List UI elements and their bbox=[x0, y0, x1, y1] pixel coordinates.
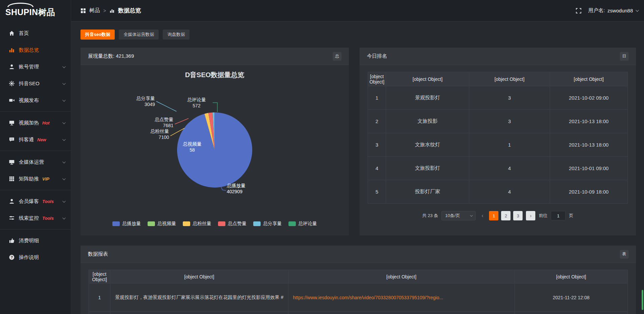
sidebar-item-consumption[interactable]: 消费明细 bbox=[0, 232, 71, 249]
page-size-value: 10条/页 bbox=[445, 213, 460, 219]
prev-page-button[interactable]: ‹ bbox=[479, 213, 486, 219]
sliders-icon bbox=[9, 215, 15, 221]
page-button[interactable]: 3 bbox=[513, 211, 523, 220]
cell-rank: 1 bbox=[469, 133, 550, 157]
pie-label-name: 总分享量 bbox=[121, 95, 155, 101]
legend-label: 总评论量 bbox=[298, 221, 317, 227]
gear-icon bbox=[9, 81, 15, 87]
topbar: 树品 > 数据总览 用户名: zswodun88 bbox=[71, 0, 644, 21]
breadcrumb-separator: > bbox=[103, 8, 106, 13]
breadcrumb-root[interactable]: 树品 bbox=[89, 7, 100, 14]
sidebar-item-video-publish[interactable]: 视频发布 bbox=[0, 92, 71, 109]
pie-label-shares: 总分享量 3049 bbox=[121, 95, 155, 107]
sidebar-item-label: 全媒体运营 bbox=[19, 159, 44, 165]
sidebar-item-label: 操作说明 bbox=[19, 254, 39, 261]
cell-index: 1 bbox=[368, 86, 386, 110]
page-button[interactable]: 2 bbox=[501, 211, 511, 220]
day-toggle-button[interactable]: 日 bbox=[620, 52, 629, 61]
chevron-down-icon bbox=[62, 138, 66, 141]
pie-label-name: 总点赞量 bbox=[139, 116, 173, 122]
cell-rank: 3 bbox=[469, 110, 550, 133]
pie-label-likes: 总点赞量 7681 bbox=[139, 116, 173, 128]
sidebar-item-matrix-boost[interactable]: 矩阵助推 VIP bbox=[0, 170, 71, 187]
sidebar-item-leads-monitor[interactable]: 线索监控 Tools bbox=[0, 210, 71, 226]
fullscreen-icon[interactable] bbox=[576, 8, 582, 14]
cell-rank: 4 bbox=[469, 180, 550, 204]
column-header: [object Object] bbox=[550, 72, 628, 86]
cell-created: 2021-10-01 09:00 bbox=[550, 157, 628, 180]
legend-swatch bbox=[218, 221, 225, 226]
legend-item[interactable]: 总分享量 bbox=[253, 221, 282, 227]
today-rank-panel: 今日排名 日 [object Object][object Object][ob… bbox=[360, 48, 636, 235]
scrollbar-thumb[interactable] bbox=[642, 290, 643, 310]
topbar-right: 用户名: zswodun88 bbox=[576, 7, 638, 14]
tab-douyin-seo-data[interactable]: 抖音seo数据 bbox=[80, 30, 115, 40]
legend-item[interactable]: 总点赞量 bbox=[218, 221, 247, 227]
logo-en: SHUPIN bbox=[5, 7, 38, 17]
pie-label-value: 3049 bbox=[121, 101, 155, 107]
page-size-select[interactable]: 10条/页 bbox=[441, 211, 476, 220]
table-header-row: [object Object][object Object][object Ob… bbox=[89, 270, 628, 283]
goto-page-input[interactable] bbox=[551, 211, 566, 220]
legend-swatch bbox=[148, 221, 155, 226]
impressions-panel: 展现量总数: 421,369 总 D音SEO数据量总览 总评论量 572 bbox=[80, 48, 349, 235]
legend-label: 总分享量 bbox=[263, 221, 282, 227]
legend-item[interactable]: 总粉丝量 bbox=[183, 221, 211, 227]
table-row: 5 投影灯厂家 4 2021-10-09 18:00 bbox=[368, 180, 628, 204]
chevron-down-icon bbox=[62, 82, 66, 85]
cell-index: 2 bbox=[368, 110, 386, 133]
pie-label-value: 572 bbox=[181, 103, 212, 109]
pagination: 共 23 条 10条/页 ‹ 123 › 前往 页 bbox=[368, 211, 628, 220]
legend-item[interactable]: 总评论量 bbox=[288, 221, 317, 227]
monitor-icon bbox=[9, 159, 15, 165]
sidebar-item-douyin-seo[interactable]: 抖音SEO bbox=[0, 75, 71, 92]
table-row: 3 文旅水纹灯 1 2021-10-13 18:00 bbox=[368, 133, 628, 157]
pie-label-videos: 总视频量 58 bbox=[177, 141, 207, 153]
chevron-down-icon bbox=[62, 121, 66, 124]
bar-chart-icon bbox=[109, 8, 115, 13]
sidebar-item-account[interactable]: 账号管理 bbox=[0, 58, 71, 75]
sidebar-item-label: 视频发布 bbox=[19, 97, 39, 104]
legend-item[interactable]: 总播放量 bbox=[112, 221, 141, 227]
sidebar-group: 全媒体运营 矩阵助推 VIP bbox=[0, 151, 71, 187]
table-toggle-button[interactable]: 表 bbox=[620, 250, 629, 259]
sidebar-item-manual[interactable]: ? 操作说明 bbox=[0, 249, 71, 266]
sidebar-item-data-overview[interactable]: 数据总览 bbox=[0, 42, 71, 58]
sidebar-group: 消费明细 ? 操作说明 bbox=[0, 229, 71, 266]
chevron-down-icon bbox=[470, 214, 473, 216]
page-button[interactable]: 1 bbox=[489, 211, 498, 220]
sidebar-item-media-ops[interactable]: 全媒体运营 bbox=[0, 154, 71, 170]
pie-label-name: 总视频量 bbox=[177, 141, 207, 147]
legend-swatch bbox=[183, 221, 190, 226]
chevron-down-icon bbox=[62, 65, 66, 68]
cell-keyword: 景观投影灯 bbox=[386, 86, 469, 110]
pie-label-plays: 总播放量 402909 bbox=[227, 182, 264, 195]
table-row bbox=[89, 312, 628, 314]
legend-item[interactable]: 总视频量 bbox=[148, 221, 176, 227]
next-page-button[interactable]: › bbox=[526, 211, 535, 220]
sidebar-item-douketong[interactable]: 抖客通 New bbox=[0, 131, 71, 148]
data-report-panel: 数据报表 表 [object Object][object Object][ob… bbox=[80, 246, 636, 314]
sidebar-group: 首页 数据总览 bbox=[0, 25, 71, 109]
sidebar-nav: 首页 数据总览 bbox=[0, 21, 71, 266]
summary-toggle-button[interactable]: 总 bbox=[333, 52, 341, 61]
pie-label-value: 7100 bbox=[135, 134, 169, 140]
user-menu[interactable]: 用户名: zswodun88 bbox=[588, 7, 638, 14]
user-icon bbox=[9, 64, 15, 70]
cell-created: 2021-10-13 18:00 bbox=[550, 110, 628, 133]
help-icon: ? bbox=[9, 254, 15, 260]
cell-title: 景观投影灯，夜游景观投影灯厂家展示展示落花灯在花园里的灯光投影应用效果 # bbox=[110, 283, 288, 312]
sidebar-item-member[interactable]: 会员爆客 Tools bbox=[0, 193, 71, 210]
sidebar-item-video-heat[interactable]: 视频加热 Hot bbox=[0, 114, 71, 131]
table-row: 4 文旅投影灯 4 2021-10-01 09:00 bbox=[368, 157, 628, 180]
sidebar-item-home[interactable]: 首页 bbox=[0, 25, 71, 42]
column-header: [object Object] bbox=[515, 270, 628, 283]
video-link[interactable]: https://www.iesdouyin.com/share/video/70… bbox=[293, 295, 443, 300]
tab-inquiry-data[interactable]: 询盘数据 bbox=[163, 30, 190, 40]
bar-chart-icon bbox=[9, 47, 15, 53]
grid-square-icon bbox=[80, 8, 86, 13]
sidebar-item-label: 矩阵助推 bbox=[19, 176, 39, 182]
logo-cn: 树品 bbox=[38, 7, 55, 17]
tab-media-ops-data[interactable]: 全媒体运营数据 bbox=[119, 30, 159, 40]
sidebar: SHUPIN树品 首页 bbox=[0, 0, 71, 314]
